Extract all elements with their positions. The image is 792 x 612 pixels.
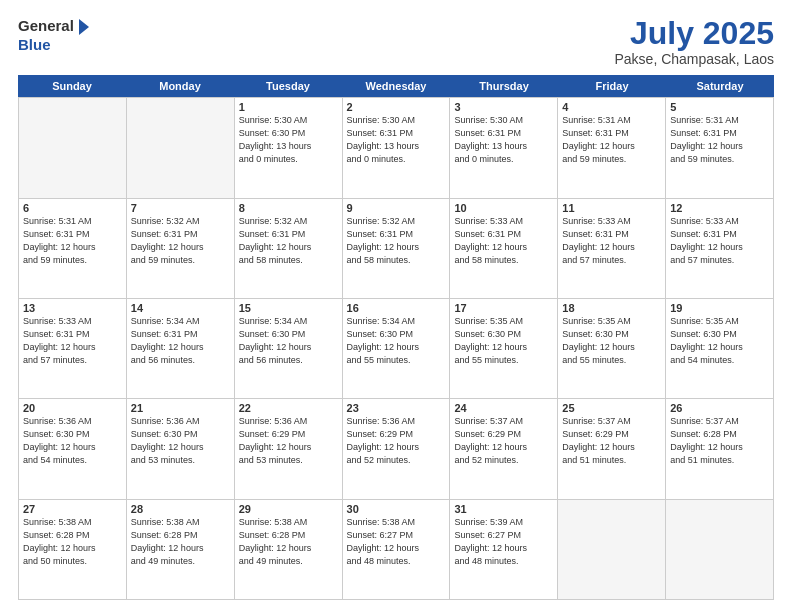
cell-info: Sunrise: 5:30 AM Sunset: 6:31 PM Dayligh… xyxy=(454,114,553,166)
cell-info: Sunrise: 5:38 AM Sunset: 6:28 PM Dayligh… xyxy=(239,516,338,568)
day-number: 2 xyxy=(347,101,446,113)
day-number: 12 xyxy=(670,202,769,214)
day-number: 26 xyxy=(670,402,769,414)
calendar-cell: 6 Sunrise: 5:31 AM Sunset: 6:31 PM Dayli… xyxy=(19,199,127,298)
calendar-cell: 28 Sunrise: 5:38 AM Sunset: 6:28 PM Dayl… xyxy=(127,500,235,599)
calendar-cell: 11 Sunrise: 5:33 AM Sunset: 6:31 PM Dayl… xyxy=(558,199,666,298)
cell-info: Sunrise: 5:33 AM Sunset: 6:31 PM Dayligh… xyxy=(670,215,769,267)
header-sunday: Sunday xyxy=(18,75,126,97)
cell-info: Sunrise: 5:37 AM Sunset: 6:29 PM Dayligh… xyxy=(454,415,553,467)
calendar-cell: 27 Sunrise: 5:38 AM Sunset: 6:28 PM Dayl… xyxy=(19,500,127,599)
calendar-row: 13 Sunrise: 5:33 AM Sunset: 6:31 PM Dayl… xyxy=(19,299,774,399)
day-number: 7 xyxy=(131,202,230,214)
cell-info: Sunrise: 5:36 AM Sunset: 6:29 PM Dayligh… xyxy=(347,415,446,467)
calendar-cell: 29 Sunrise: 5:38 AM Sunset: 6:28 PM Dayl… xyxy=(235,500,343,599)
cell-info: Sunrise: 5:36 AM Sunset: 6:30 PM Dayligh… xyxy=(23,415,122,467)
cell-info: Sunrise: 5:33 AM Sunset: 6:31 PM Dayligh… xyxy=(562,215,661,267)
calendar-cell xyxy=(666,500,774,599)
page: General Blue July 2025 Pakse, Champasak,… xyxy=(0,0,792,612)
day-number: 3 xyxy=(454,101,553,113)
day-number: 29 xyxy=(239,503,338,515)
header-tuesday: Tuesday xyxy=(234,75,342,97)
cell-info: Sunrise: 5:38 AM Sunset: 6:28 PM Dayligh… xyxy=(23,516,122,568)
calendar-cell: 7 Sunrise: 5:32 AM Sunset: 6:31 PM Dayli… xyxy=(127,199,235,298)
cell-info: Sunrise: 5:38 AM Sunset: 6:27 PM Dayligh… xyxy=(347,516,446,568)
cell-info: Sunrise: 5:33 AM Sunset: 6:31 PM Dayligh… xyxy=(23,315,122,367)
calendar-cell: 3 Sunrise: 5:30 AM Sunset: 6:31 PM Dayli… xyxy=(450,98,558,197)
calendar-cell: 1 Sunrise: 5:30 AM Sunset: 6:30 PM Dayli… xyxy=(235,98,343,197)
title-block: July 2025 Pakse, Champasak, Laos xyxy=(614,16,774,67)
calendar-cell: 25 Sunrise: 5:37 AM Sunset: 6:29 PM Dayl… xyxy=(558,399,666,498)
cell-info: Sunrise: 5:34 AM Sunset: 6:31 PM Dayligh… xyxy=(131,315,230,367)
calendar-cell: 8 Sunrise: 5:32 AM Sunset: 6:31 PM Dayli… xyxy=(235,199,343,298)
day-number: 24 xyxy=(454,402,553,414)
calendar-cell: 2 Sunrise: 5:30 AM Sunset: 6:31 PM Dayli… xyxy=(343,98,451,197)
header-friday: Friday xyxy=(558,75,666,97)
day-number: 1 xyxy=(239,101,338,113)
day-number: 18 xyxy=(562,302,661,314)
cell-info: Sunrise: 5:39 AM Sunset: 6:27 PM Dayligh… xyxy=(454,516,553,568)
day-number: 25 xyxy=(562,402,661,414)
cell-info: Sunrise: 5:31 AM Sunset: 6:31 PM Dayligh… xyxy=(562,114,661,166)
day-number: 19 xyxy=(670,302,769,314)
cell-info: Sunrise: 5:35 AM Sunset: 6:30 PM Dayligh… xyxy=(562,315,661,367)
cell-info: Sunrise: 5:32 AM Sunset: 6:31 PM Dayligh… xyxy=(131,215,230,267)
day-number: 11 xyxy=(562,202,661,214)
calendar-cell: 15 Sunrise: 5:34 AM Sunset: 6:30 PM Dayl… xyxy=(235,299,343,398)
day-number: 16 xyxy=(347,302,446,314)
calendar-cell: 31 Sunrise: 5:39 AM Sunset: 6:27 PM Dayl… xyxy=(450,500,558,599)
cell-info: Sunrise: 5:30 AM Sunset: 6:31 PM Dayligh… xyxy=(347,114,446,166)
month-title: July 2025 xyxy=(614,16,774,51)
day-number: 14 xyxy=(131,302,230,314)
cell-info: Sunrise: 5:34 AM Sunset: 6:30 PM Dayligh… xyxy=(347,315,446,367)
cell-info: Sunrise: 5:31 AM Sunset: 6:31 PM Dayligh… xyxy=(670,114,769,166)
cell-info: Sunrise: 5:33 AM Sunset: 6:31 PM Dayligh… xyxy=(454,215,553,267)
day-number: 9 xyxy=(347,202,446,214)
day-number: 15 xyxy=(239,302,338,314)
calendar-cell: 4 Sunrise: 5:31 AM Sunset: 6:31 PM Dayli… xyxy=(558,98,666,197)
calendar-body: 1 Sunrise: 5:30 AM Sunset: 6:30 PM Dayli… xyxy=(18,97,774,600)
header-thursday: Thursday xyxy=(450,75,558,97)
day-number: 10 xyxy=(454,202,553,214)
day-number: 23 xyxy=(347,402,446,414)
cell-info: Sunrise: 5:37 AM Sunset: 6:28 PM Dayligh… xyxy=(670,415,769,467)
cell-info: Sunrise: 5:34 AM Sunset: 6:30 PM Dayligh… xyxy=(239,315,338,367)
day-number: 21 xyxy=(131,402,230,414)
day-number: 13 xyxy=(23,302,122,314)
calendar-cell: 23 Sunrise: 5:36 AM Sunset: 6:29 PM Dayl… xyxy=(343,399,451,498)
calendar-row: 27 Sunrise: 5:38 AM Sunset: 6:28 PM Dayl… xyxy=(19,500,774,600)
day-number: 31 xyxy=(454,503,553,515)
day-number: 17 xyxy=(454,302,553,314)
day-number: 28 xyxy=(131,503,230,515)
day-number: 30 xyxy=(347,503,446,515)
header: General Blue July 2025 Pakse, Champasak,… xyxy=(18,16,774,67)
day-number: 6 xyxy=(23,202,122,214)
cell-info: Sunrise: 5:31 AM Sunset: 6:31 PM Dayligh… xyxy=(23,215,122,267)
cell-info: Sunrise: 5:36 AM Sunset: 6:29 PM Dayligh… xyxy=(239,415,338,467)
location: Pakse, Champasak, Laos xyxy=(614,51,774,67)
day-number: 5 xyxy=(670,101,769,113)
calendar-row: 20 Sunrise: 5:36 AM Sunset: 6:30 PM Dayl… xyxy=(19,399,774,499)
cell-info: Sunrise: 5:35 AM Sunset: 6:30 PM Dayligh… xyxy=(670,315,769,367)
header-saturday: Saturday xyxy=(666,75,774,97)
logo-blue: Blue xyxy=(18,36,51,53)
calendar-cell xyxy=(558,500,666,599)
calendar-cell: 26 Sunrise: 5:37 AM Sunset: 6:28 PM Dayl… xyxy=(666,399,774,498)
calendar-cell: 14 Sunrise: 5:34 AM Sunset: 6:31 PM Dayl… xyxy=(127,299,235,398)
cell-info: Sunrise: 5:38 AM Sunset: 6:28 PM Dayligh… xyxy=(131,516,230,568)
calendar-cell: 19 Sunrise: 5:35 AM Sunset: 6:30 PM Dayl… xyxy=(666,299,774,398)
header-wednesday: Wednesday xyxy=(342,75,450,97)
calendar-cell: 16 Sunrise: 5:34 AM Sunset: 6:30 PM Dayl… xyxy=(343,299,451,398)
cell-info: Sunrise: 5:35 AM Sunset: 6:30 PM Dayligh… xyxy=(454,315,553,367)
calendar-cell: 17 Sunrise: 5:35 AM Sunset: 6:30 PM Dayl… xyxy=(450,299,558,398)
calendar-row: 1 Sunrise: 5:30 AM Sunset: 6:30 PM Dayli… xyxy=(19,98,774,198)
calendar-cell: 22 Sunrise: 5:36 AM Sunset: 6:29 PM Dayl… xyxy=(235,399,343,498)
cell-info: Sunrise: 5:32 AM Sunset: 6:31 PM Dayligh… xyxy=(239,215,338,267)
cell-info: Sunrise: 5:37 AM Sunset: 6:29 PM Dayligh… xyxy=(562,415,661,467)
calendar-header: Sunday Monday Tuesday Wednesday Thursday… xyxy=(18,75,774,97)
calendar-cell: 9 Sunrise: 5:32 AM Sunset: 6:31 PM Dayli… xyxy=(343,199,451,298)
calendar-cell: 12 Sunrise: 5:33 AM Sunset: 6:31 PM Dayl… xyxy=(666,199,774,298)
calendar-cell xyxy=(19,98,127,197)
calendar-cell: 24 Sunrise: 5:37 AM Sunset: 6:29 PM Dayl… xyxy=(450,399,558,498)
cell-info: Sunrise: 5:32 AM Sunset: 6:31 PM Dayligh… xyxy=(347,215,446,267)
